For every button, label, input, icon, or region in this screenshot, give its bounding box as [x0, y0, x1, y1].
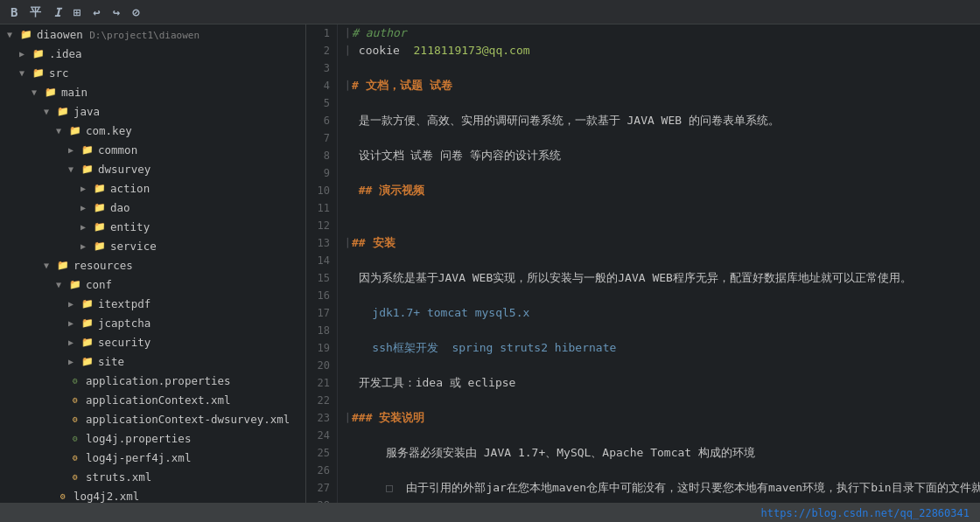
sidebar-item-common[interactable]: ▶ 📁 common [0, 140, 305, 159]
sidebar-item-entity[interactable]: ▶ 📁 entity [0, 217, 305, 236]
dwsurvey-arrow: ▼ [68, 164, 80, 174]
log4j-props-label: log4j.properties [86, 432, 191, 445]
src-label: src [49, 66, 69, 80]
editor-line-18 [345, 322, 980, 339]
sidebar-item-struts-xml[interactable]: ▶ ⚙ struts.xml [0, 467, 305, 486]
editor-line-9 [345, 164, 980, 182]
line-numbers: 1 2 3 4 5 6 7 8 9 10 11 12 13 14 15 16 1… [306, 24, 338, 503]
log4j-perf-icon: ⚙ [68, 450, 82, 464]
comkey-arrow: ▼ [56, 126, 68, 136]
dao-label: dao [110, 201, 130, 214]
editor-line-19: ssh框架开发 spring struts2 hibernate [345, 339, 980, 357]
sidebar-item-itextpdf[interactable]: ▶ 📁 itextpdf [0, 294, 305, 313]
editor-line-10: ## 演示视频 [345, 182, 980, 199]
editor-line-3 [345, 59, 980, 77]
itextpdf-label: itextpdf [98, 297, 150, 310]
jcaptcha-label: jcaptcha [98, 317, 150, 330]
entity-arrow: ▶ [80, 222, 93, 232]
comkey-folder-icon: 📁 [68, 123, 82, 137]
sidebar-item-security[interactable]: ▶ 📁 security [0, 332, 305, 351]
editor-line-22 [345, 392, 980, 409]
appctx-label: applicationContext.xml [86, 393, 231, 407]
sidebar-item-comkey[interactable]: ▼ 📁 com.key [0, 121, 305, 140]
struts-label: struts.xml [86, 470, 151, 484]
java-label: java [74, 105, 100, 118]
sidebar-item-src[interactable]: ▼ 📁 src [0, 63, 305, 82]
common-arrow: ▶ [68, 145, 80, 155]
entity-label: entity [110, 220, 150, 233]
sidebar-item-site[interactable]: ▶ 📁 site [0, 351, 305, 371]
app-props-icon: ⚙ [68, 373, 82, 387]
idea-arrow: ▶ [19, 49, 32, 59]
action-label: action [110, 182, 150, 195]
dwsurvey-folder-icon: 📁 [80, 162, 94, 176]
sidebar-item-dwsurvey[interactable]: ▼ 📁 dwsurvey [0, 159, 305, 178]
sidebar-item-conf[interactable]: ▼ 📁 conf [0, 275, 305, 294]
idea-label: .idea [49, 47, 82, 60]
editor-line-1: │# author [345, 24, 980, 42]
sidebar-item-log4j-props[interactable]: ▶ ⚙ log4j.properties [0, 428, 305, 448]
editor-line-28 [345, 497, 980, 503]
common-label: common [98, 143, 137, 157]
struts-icon: ⚙ [68, 470, 82, 484]
dwsurvey-label: dwsurvey [98, 163, 150, 176]
italic-button[interactable]: I [50, 3, 64, 21]
jcaptcha-folder-icon: 📁 [80, 316, 94, 330]
editor-line-21: 开发工具：idea 或 eclipse [345, 374, 980, 392]
root-arrow: ▼ [7, 30, 19, 39]
sidebar-item-action[interactable]: ▶ 📁 action [0, 178, 305, 198]
idea-folder-icon: 📁 [32, 46, 46, 60]
editor-line-14 [345, 252, 980, 269]
editor-line-5 [345, 94, 980, 112]
editor-line-2: │ cookie 2118119173@qq.com [345, 42, 980, 59]
sidebar-item-dao[interactable]: ▶ 📁 dao [0, 198, 305, 217]
link-button[interactable]: ⊘ [129, 3, 143, 21]
common-folder-icon: 📁 [80, 143, 94, 157]
sidebar-root[interactable]: ▼ 📁 diaowen D:\project1\diaowen [0, 24, 305, 44]
action-arrow: ▶ [80, 184, 93, 193]
sidebar-item-service[interactable]: ▶ 📁 service [0, 236, 305, 255]
undo-button[interactable]: ↩ [89, 3, 103, 21]
status-url: https://blog.csdn.net/qq_22860341 [761, 507, 970, 519]
editor-line-12 [345, 217, 980, 234]
sidebar-item-app-props[interactable]: ▶ ⚙ application.properties [0, 371, 305, 390]
site-folder-icon: 📁 [80, 354, 94, 368]
root-folder-icon: 📁 [19, 27, 33, 41]
editor-text-area[interactable]: │# author │ cookie 2118119173@qq.com │# … [338, 24, 980, 503]
sidebar-item-appctx-xml[interactable]: ▶ ⚙ applicationContext.xml [0, 390, 305, 409]
toolbar: B 平 I ⊞ ↩ ↪ ⊘ [0, 0, 980, 24]
security-label: security [98, 336, 150, 349]
conf-folder-icon: 📁 [68, 277, 82, 291]
bold-button[interactable]: B [7, 3, 21, 21]
table-button[interactable]: ⊞ [70, 3, 84, 21]
sidebar-item-java[interactable]: ▼ 📁 java [0, 101, 305, 121]
sidebar[interactable]: ▼ 📁 diaowen D:\project1\diaowen ▶ 📁 .ide… [0, 24, 306, 503]
sidebar-item-appctxdw-xml[interactable]: ▶ ⚙ applicationContext-dwsurvey.xml [0, 409, 305, 428]
align-button[interactable]: 平 [26, 3, 45, 22]
editor-line-13: │## 安装 [345, 234, 980, 252]
editor-line-27: □ 由于引用的外部jar在您本地maven仓库中可能没有，这时只要您本地有mav… [345, 479, 980, 497]
sidebar-item-main[interactable]: ▼ 📁 main [0, 82, 305, 101]
editor-line-15: 因为系统是基于JAVA WEB实现，所以安装与一般的JAVA WEB程序无异，配… [345, 269, 980, 287]
sidebar-item-resources[interactable]: ▼ 📁 resources [0, 255, 305, 275]
editor-line-23: │### 安装说明 [345, 409, 980, 427]
itextpdf-arrow: ▶ [68, 299, 80, 309]
editor-line-24 [345, 427, 980, 444]
editor-line-4: │# 文档，试题 试卷 [345, 77, 980, 94]
editor-line-7 [345, 129, 980, 147]
sidebar-item-log4j-perf-xml[interactable]: ▶ ⚙ log4j-perf4j.xml [0, 448, 305, 467]
log4j2-label: log4j2.xml [74, 490, 139, 503]
resources-folder-icon: 📁 [56, 258, 70, 272]
itextpdf-folder-icon: 📁 [80, 296, 94, 310]
sidebar-item-log4j2-xml[interactable]: ▶ ⚙ log4j2.xml [0, 486, 305, 503]
redo-button[interactable]: ↪ [109, 3, 123, 21]
entity-folder-icon: 📁 [93, 219, 107, 233]
site-label: site [98, 355, 124, 368]
status-bar: https://blog.csdn.net/qq_22860341 [0, 503, 980, 522]
editor[interactable]: 1 2 3 4 5 6 7 8 9 10 11 12 13 14 15 16 1… [306, 24, 980, 503]
sidebar-item-idea[interactable]: ▶ 📁 .idea [0, 44, 305, 63]
service-arrow: ▶ [80, 241, 93, 251]
sidebar-item-jcaptcha[interactable]: ▶ 📁 jcaptcha [0, 313, 305, 332]
java-folder-icon: 📁 [56, 104, 70, 118]
appctxdw-label: applicationContext-dwsurvey.xml [86, 413, 290, 426]
